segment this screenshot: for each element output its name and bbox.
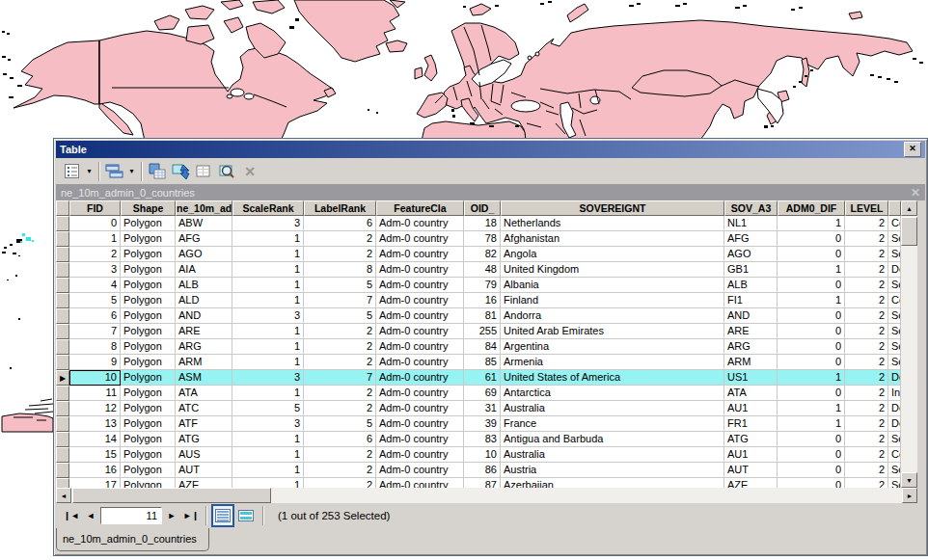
cell[interactable]: 1 — [232, 432, 304, 447]
cell[interactable]: ARG — [724, 339, 778, 355]
cell[interactable]: GB1 — [724, 262, 778, 278]
cell[interactable]: 1 — [232, 247, 304, 262]
cell[interactable]: FR1 — [724, 416, 778, 432]
table-options-icon[interactable] — [61, 160, 84, 183]
cell[interactable]: Polygon — [121, 478, 176, 488]
cell[interactable]: Angola — [501, 247, 724, 262]
cell[interactable]: Argentina — [501, 339, 724, 355]
cell[interactable]: So — [888, 478, 901, 488]
row-selector[interactable] — [56, 432, 69, 447]
cell[interactable]: 39 — [464, 416, 501, 432]
row-selector[interactable]: ▶ — [56, 370, 69, 386]
cell[interactable]: 1 — [232, 478, 304, 488]
row-marker-header[interactable] — [56, 200, 69, 216]
cell[interactable]: 1 — [778, 416, 845, 432]
scroll-right-icon[interactable]: ► — [902, 488, 917, 503]
cell[interactable]: 2 — [845, 447, 888, 463]
cell[interactable]: FI1 — [724, 293, 778, 308]
vertical-scroll-thumb[interactable] — [901, 217, 917, 246]
cell[interactable]: So — [888, 432, 901, 447]
cell[interactable]: Polygon — [121, 447, 176, 463]
cell[interactable]: 3 — [232, 216, 304, 231]
cell[interactable]: Polygon — [121, 324, 176, 339]
cell[interactable]: US1 — [724, 370, 778, 386]
cell[interactable]: 15 — [69, 447, 121, 463]
cell[interactable]: AND — [176, 308, 232, 324]
cell[interactable]: Polygon — [121, 386, 176, 401]
cell[interactable]: United Arab Emirates — [501, 324, 724, 339]
cell[interactable]: So — [888, 278, 901, 293]
scroll-left-icon[interactable]: ◄ — [56, 488, 71, 503]
cell[interactable]: Adm-0 country — [376, 339, 464, 355]
cell[interactable]: ARG — [176, 339, 232, 355]
cell[interactable]: 2 — [845, 463, 888, 478]
cell[interactable]: Polygon — [121, 401, 176, 416]
cell[interactable]: So — [888, 324, 901, 339]
cell[interactable]: 1 — [232, 355, 304, 370]
cell[interactable]: Polygon — [121, 432, 176, 447]
row-selector[interactable] — [56, 416, 69, 432]
cell[interactable]: Azerbaijan — [501, 478, 724, 488]
cell[interactable]: So — [888, 247, 901, 262]
cell[interactable]: Polygon — [121, 278, 176, 293]
last-record-button[interactable]: ►❙ — [181, 506, 201, 525]
row-selector[interactable] — [56, 339, 69, 355]
cell[interactable]: 7 — [304, 370, 376, 386]
cell[interactable]: 83 — [464, 432, 501, 447]
cell[interactable]: 2 — [845, 355, 888, 370]
cell[interactable]: AFG — [176, 231, 232, 247]
cell[interactable]: Polygon — [121, 308, 176, 324]
cell[interactable]: 0 — [778, 278, 845, 293]
cell[interactable]: 1 — [778, 216, 845, 231]
cell[interactable]: 1 — [778, 370, 845, 386]
cell[interactable]: In — [888, 386, 901, 401]
cell[interactable]: ATG — [176, 432, 232, 447]
cell[interactable]: ARE — [724, 324, 778, 339]
column-header-LabelRank[interactable]: LabelRank — [304, 200, 376, 216]
cell[interactable]: So — [888, 463, 901, 478]
cell[interactable]: ATC — [176, 401, 232, 416]
row-selector[interactable] — [56, 278, 69, 293]
cell[interactable]: AZE — [176, 478, 232, 488]
column-header-FID[interactable]: FID — [69, 200, 121, 216]
cell[interactable]: 16 — [464, 293, 501, 308]
cell[interactable]: 0 — [778, 447, 845, 463]
cell[interactable]: 17 — [69, 478, 121, 488]
row-selector[interactable] — [56, 463, 69, 478]
cell[interactable]: 13 — [69, 416, 121, 432]
cell[interactable]: Co — [888, 216, 901, 231]
next-record-button[interactable]: ► — [162, 506, 181, 525]
cell[interactable]: 61 — [464, 370, 501, 386]
cell[interactable]: 2 — [69, 247, 121, 262]
cell[interactable]: 1 — [778, 262, 845, 278]
cell[interactable]: 0 — [778, 308, 845, 324]
window-titlebar[interactable]: Table ✕ — [56, 141, 925, 158]
cell[interactable]: Australia — [501, 447, 724, 463]
cell[interactable]: 2 — [304, 463, 376, 478]
cell[interactable]: 1 — [232, 447, 304, 463]
cell[interactable]: Adm-0 country — [376, 324, 464, 339]
cell[interactable]: 2 — [304, 324, 376, 339]
row-selector[interactable] — [56, 308, 69, 324]
cell[interactable]: De — [888, 416, 901, 432]
cell[interactable]: Afghanistan — [501, 231, 724, 247]
cell[interactable]: De — [888, 262, 901, 278]
table-close-icon[interactable]: ✕ — [911, 187, 920, 199]
cell[interactable]: ASM — [176, 370, 232, 386]
cell[interactable]: 2 — [845, 278, 888, 293]
cell[interactable]: 85 — [464, 355, 501, 370]
row-selector[interactable] — [56, 355, 69, 370]
cell[interactable]: AUS — [176, 447, 232, 463]
window-close-button[interactable]: ✕ — [904, 142, 921, 157]
cell[interactable]: 2 — [304, 447, 376, 463]
cell[interactable]: ALD — [176, 293, 232, 308]
cell[interactable]: AIA — [176, 262, 232, 278]
cell[interactable]: AUT — [176, 463, 232, 478]
cell[interactable]: ATG — [724, 432, 778, 447]
cell[interactable]: Polygon — [121, 463, 176, 478]
cell[interactable]: Polygon — [121, 231, 176, 247]
cell[interactable]: 1 — [232, 293, 304, 308]
cell[interactable]: 2 — [845, 386, 888, 401]
cell[interactable]: Adm-0 country — [376, 416, 464, 432]
cell[interactable]: Polygon — [121, 416, 176, 432]
